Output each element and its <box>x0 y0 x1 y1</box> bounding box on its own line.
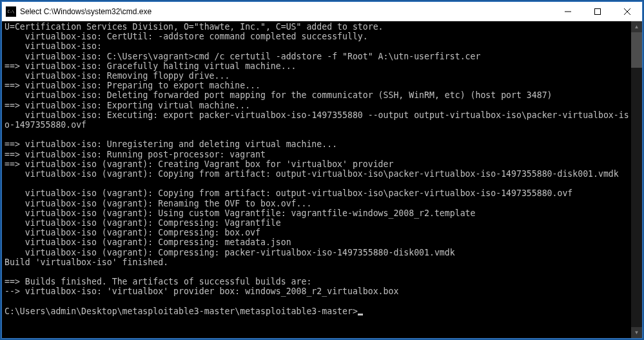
cmd-icon: C:\ <box>6 6 16 17</box>
svg-rect-1 <box>595 8 601 14</box>
terminal-area: U=Certification Services Division, O="th… <box>2 21 642 338</box>
scroll-down-button[interactable]: ▼ <box>631 327 642 338</box>
scroll-up-button[interactable]: ▲ <box>631 21 642 32</box>
minimize-button[interactable] <box>553 2 583 21</box>
window-controls <box>553 2 642 21</box>
scroll-thumb[interactable] <box>631 32 642 68</box>
cursor <box>358 314 363 315</box>
titlebar[interactable]: C:\ Select C:\Windows\system32\cmd.exe <box>2 2 642 21</box>
cmd-window: C:\ Select C:\Windows\system32\cmd.exe U… <box>1 1 643 339</box>
terminal-output[interactable]: U=Certification Services Division, O="th… <box>2 21 631 338</box>
maximize-button[interactable] <box>583 2 612 21</box>
close-button[interactable] <box>612 2 642 21</box>
scrollbar[interactable]: ▲ ▼ <box>631 21 642 338</box>
window-title: Select C:\Windows\system32\cmd.exe <box>20 7 553 16</box>
